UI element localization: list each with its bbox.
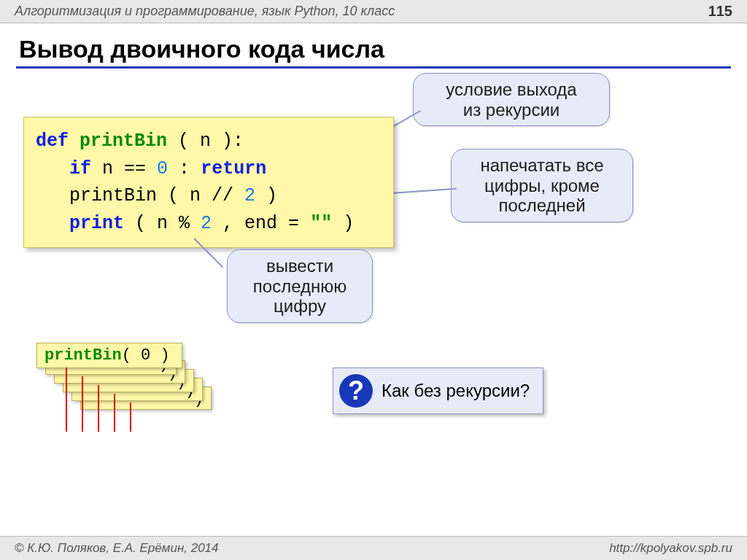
code-text: ) <box>343 213 354 234</box>
callout-line: цифры, кроме <box>466 176 618 196</box>
code-text: n == <box>102 158 146 179</box>
code-line: print ( n % 2 , end = "" ) <box>36 210 382 238</box>
red-marker <box>130 402 131 432</box>
subject-text: Алгоритмизация и программирование, язык … <box>15 4 395 19</box>
keyword-print: print <box>69 213 124 234</box>
slide-header: Алгоритмизация и программирование, язык … <box>0 0 747 23</box>
code-line: def printBin ( n ): <box>36 128 382 155</box>
content-area: условие выхода из рекурсии напечатать вс… <box>19 69 728 521</box>
connector-line <box>391 188 457 194</box>
code-block: def printBin ( n ): if n == 0 : return p… <box>23 117 394 248</box>
slide-title: Вывод двоичного кода числа <box>19 35 728 63</box>
red-marker <box>66 368 67 432</box>
code-line: printBin ( n // 2 ) <box>36 182 382 210</box>
code-text: , end = <box>222 213 299 234</box>
footer-url: http://kpolyakov.spb.ru <box>609 541 732 556</box>
copyright-text: © К.Ю. Поляков, Е.А. Ерёмин, 2014 <box>15 541 219 556</box>
question-mark-icon: ? <box>339 374 373 408</box>
code-text: printBin ( n // <box>69 185 233 206</box>
code-text: ( 0 ) <box>122 346 170 365</box>
red-marker <box>82 376 83 432</box>
recursion-stack: ) ) ) ) ) printBin( 0 ) <box>36 343 226 430</box>
literal: 0 <box>157 158 168 179</box>
page-number: 115 <box>708 3 732 20</box>
code-line: if n == 0 : return <box>36 155 382 183</box>
callout-line: из рекурсии <box>428 100 595 120</box>
keyword-return: return <box>201 158 266 179</box>
literal: 2 <box>201 213 212 234</box>
question-box: ? Как без рекурсии? <box>333 368 543 414</box>
callout-print-all-but-last: напечатать все цифры, кроме последней <box>451 149 633 222</box>
callout-exit-condition: условие выхода из рекурсии <box>413 73 610 126</box>
slide-footer: © К.Ю. Поляков, Е.А. Ерёмин, 2014 http:/… <box>0 536 747 560</box>
red-marker <box>114 394 115 432</box>
keyword-def: def <box>36 131 69 152</box>
code-text: ( n ): <box>178 131 244 152</box>
red-marker <box>98 385 99 432</box>
callout-line: условие выхода <box>428 79 595 100</box>
callout-line: последней <box>466 195 618 216</box>
code-text: ( n % <box>135 213 190 234</box>
callout-line: вывести <box>242 256 357 276</box>
callout-line: цифру <box>242 296 357 316</box>
code-text: ) <box>266 185 277 206</box>
question-text: Как без рекурсии? <box>382 381 530 401</box>
stack-card-top: printBin( 0 ) <box>36 343 182 368</box>
literal: 2 <box>244 185 255 206</box>
code-text: : <box>179 158 190 179</box>
callout-print-last-digit: вывести последнюю цифру <box>227 249 373 323</box>
keyword-if: if <box>69 158 91 179</box>
callout-line: напечатать все <box>466 155 618 176</box>
callout-line: последнюю <box>242 276 357 297</box>
function-name: printBin <box>44 346 122 365</box>
string-literal: "" <box>310 213 332 234</box>
function-name: printBin <box>80 131 167 152</box>
